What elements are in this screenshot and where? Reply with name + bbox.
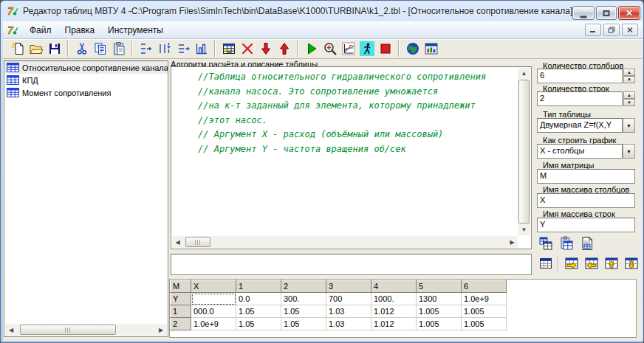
columns-count-spinner[interactable]: ▲▼ [623, 69, 635, 83]
grid-cell[interactable]: 1.0e+9 [462, 293, 507, 305]
table-type-dropdown-button[interactable]: ▼ [623, 118, 635, 133]
plot-button[interactable] [339, 40, 357, 58]
insert-row-up-button[interactable] [603, 256, 619, 271]
scrollbar-thumb[interactable] [185, 237, 210, 247]
spin-down-icon[interactable]: ▼ [623, 99, 635, 106]
paste-button[interactable] [109, 40, 128, 58]
spin-up-icon[interactable]: ▲ [623, 69, 635, 76]
append-column-button[interactable] [174, 40, 192, 58]
graph-mode-dropdown-button[interactable]: ▼ [623, 144, 635, 159]
table-type-value[interactable]: Двумерная Z=f(X,Y [537, 118, 623, 133]
grid-row-header[interactable]: 2 [171, 318, 191, 330]
grid-cell[interactable]: 1000. [371, 293, 417, 305]
insert-col-right-button[interactable] [564, 256, 579, 271]
move-up-button[interactable] [275, 40, 293, 58]
grid-column-header[interactable]: 3 [326, 280, 371, 293]
grid-corner-cell[interactable]: M [171, 280, 191, 293]
rows-count-value[interactable]: 2 [537, 91, 623, 106]
copy-table-button[interactable] [538, 236, 553, 251]
globe-button[interactable] [403, 40, 422, 58]
chart-window-button[interactable] [422, 40, 440, 58]
maximize-button[interactable] [596, 6, 617, 20]
mdi-close-button[interactable] [622, 24, 638, 36]
rows-array-name-value[interactable]: Y [537, 218, 635, 232]
table-list-item[interactable]: КПД [4, 74, 168, 86]
matrix-name-value[interactable]: M [537, 169, 635, 184]
grid-cell[interactable]: 700 [326, 293, 371, 305]
cut-button[interactable] [72, 40, 91, 58]
grid-cell[interactable]: 0.0 [236, 293, 281, 305]
mdi-minimize-button[interactable] [585, 24, 601, 36]
menu-item-3[interactable]: Инструменты [101, 23, 170, 38]
menu-item-2[interactable]: Правка [58, 23, 102, 38]
matrix-name-input[interactable]: M [537, 169, 635, 184]
insert-row-down-button[interactable] [623, 256, 639, 271]
columns-array-name-value[interactable]: X [537, 193, 635, 208]
grid-cell[interactable]: 1.012 [371, 318, 417, 330]
grid-cell[interactable]: 1.05 [236, 318, 281, 330]
grid-selected-cell[interactable] [191, 293, 236, 305]
move-down-button[interactable] [256, 40, 275, 58]
grid-cell[interactable]: 1.05 [236, 305, 281, 318]
grid-cell[interactable]: 1.03 [326, 305, 371, 318]
editor-vscrollbar[interactable]: ▲ ▼ [518, 68, 530, 235]
save-button[interactable] [45, 40, 64, 58]
editor-hscrollbar[interactable]: ◀ ▶ [172, 236, 518, 248]
scroll-right-icon[interactable]: ▶ [507, 236, 518, 248]
grid-cell[interactable]: 000.0 [191, 305, 236, 318]
insert-col-left-button[interactable] [583, 256, 599, 271]
grid-cell[interactable]: 1.005 [417, 318, 462, 330]
grid-row-header[interactable]: Y [171, 293, 191, 305]
graph-mode-value[interactable]: X - столбцы [537, 144, 623, 159]
scroll-left-icon[interactable]: ◀ [172, 236, 183, 248]
scroll-right-icon[interactable]: ▶ [155, 324, 167, 336]
scrollbar-thumb[interactable] [20, 325, 116, 335]
tables-list[interactable]: Относительное сопротивление каналаКПДМом… [4, 60, 168, 337]
grid-cell[interactable]: 1.005 [462, 318, 507, 330]
scroll-down-icon[interactable]: ▼ [518, 224, 530, 235]
grid-cell[interactable]: 1.05 [281, 305, 326, 318]
insert-row-button[interactable] [155, 40, 174, 58]
grid-cell[interactable]: 1300 [417, 293, 462, 305]
graph-mode-select[interactable]: X - столбцы▼ [537, 144, 635, 159]
grid-cell[interactable]: 1.03 [326, 318, 371, 330]
table-list-item[interactable]: Момент сопротивления [4, 86, 168, 99]
scroll-up-icon[interactable]: ▲ [518, 68, 530, 79]
new-file-button[interactable] [8, 40, 27, 58]
scrollbar-thumb[interactable] [518, 80, 530, 224]
scroll-left-icon[interactable]: ◀ [5, 324, 17, 336]
grid-cell[interactable]: 1.012 [371, 305, 417, 318]
grid-column-header[interactable]: 6 [462, 280, 507, 293]
mdi-restore-button[interactable] [603, 24, 620, 36]
spin-up-icon[interactable]: ▲ [623, 91, 635, 99]
columns-array-name-input[interactable]: X [537, 193, 635, 208]
table-type-select[interactable]: Двумерная Z=f(X,Y▼ [537, 118, 635, 133]
grid-cell[interactable]: 1.005 [462, 305, 507, 318]
grid-column-header[interactable]: 4 [371, 280, 417, 293]
spin-down-icon[interactable]: ▼ [623, 76, 635, 83]
histogram-button[interactable] [192, 40, 210, 58]
grid-column-header[interactable]: 5 [417, 280, 462, 293]
insert-column-button[interactable] [137, 40, 155, 58]
data-grid[interactable]: MX123456Y0.0300.7001000.13001.0e+91000.0… [169, 279, 637, 338]
rows-array-name-input[interactable]: Y [537, 218, 635, 232]
columns-count-value[interactable]: 6 [537, 69, 623, 83]
table-small-button[interactable] [538, 256, 553, 271]
grid-cell[interactable]: 300. [281, 293, 326, 305]
delete-button[interactable] [238, 40, 256, 58]
grid-cell[interactable]: 1.05 [281, 318, 326, 330]
run-button[interactable] [302, 40, 321, 58]
grid-column-header[interactable]: 1 [236, 280, 281, 293]
rows-count-input[interactable]: 2▲▼ [537, 91, 635, 106]
animate-button[interactable] [357, 40, 376, 58]
minimize-button[interactable] [572, 6, 595, 20]
grid-cell[interactable]: 1.0e+9 [191, 318, 236, 330]
open-folder-button[interactable] [27, 40, 45, 58]
tables-list-hscrollbar[interactable]: ◀ ▶ [5, 324, 167, 336]
algorithm-editor[interactable]: //Таблица относительного гидравлического… [171, 66, 532, 249]
report-button[interactable] [579, 236, 595, 251]
close-button[interactable]: ✕ [618, 6, 640, 20]
rows-count-spinner[interactable]: ▲▼ [623, 91, 635, 106]
grid-row-header[interactable]: 1 [171, 305, 191, 318]
columns-count-input[interactable]: 6▲▼ [537, 69, 635, 83]
